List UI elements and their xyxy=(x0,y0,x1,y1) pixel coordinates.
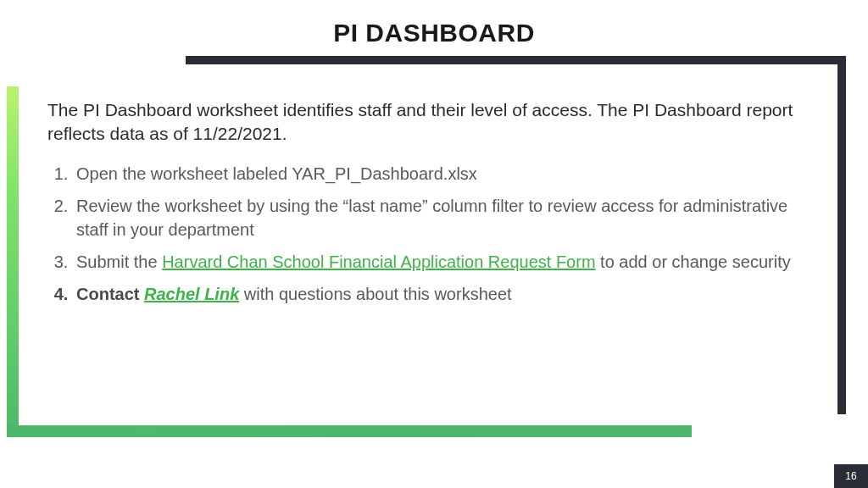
financial-request-form-link[interactable]: Harvard Chan School Financial Applicatio… xyxy=(162,252,595,271)
intro-text: The PI Dashboard worksheet identifies st… xyxy=(47,98,810,147)
frame-top xyxy=(186,56,846,64)
rachel-link-link[interactable]: Rachel Link xyxy=(144,285,239,303)
step-4-post: with questions about this worksheet xyxy=(239,285,511,303)
step-3-pre: Submit the xyxy=(76,252,162,271)
step-4-pre: Contact xyxy=(76,285,144,303)
page-number: 16 xyxy=(834,464,868,488)
step-3: Submit the Harvard Chan School Financial… xyxy=(73,250,810,274)
slide: PI DASHBOARD The PI Dashboard worksheet … xyxy=(0,0,868,488)
frame-right xyxy=(837,56,846,414)
slide-body: The PI Dashboard worksheet identifies st… xyxy=(47,98,810,314)
steps-list: Open the worksheet labeled YAR_PI_Dashbo… xyxy=(47,162,810,306)
frame-left xyxy=(7,86,19,437)
step-1: Open the worksheet labeled YAR_PI_Dashbo… xyxy=(73,162,810,186)
frame-bottom xyxy=(7,425,692,437)
slide-title: PI DASHBOARD xyxy=(0,19,868,47)
step-3-post: to add or change security xyxy=(596,252,791,271)
step-4: Contact Rachel Link with questions about… xyxy=(73,282,810,306)
step-2: Review the worksheet by using the “last … xyxy=(73,194,810,241)
